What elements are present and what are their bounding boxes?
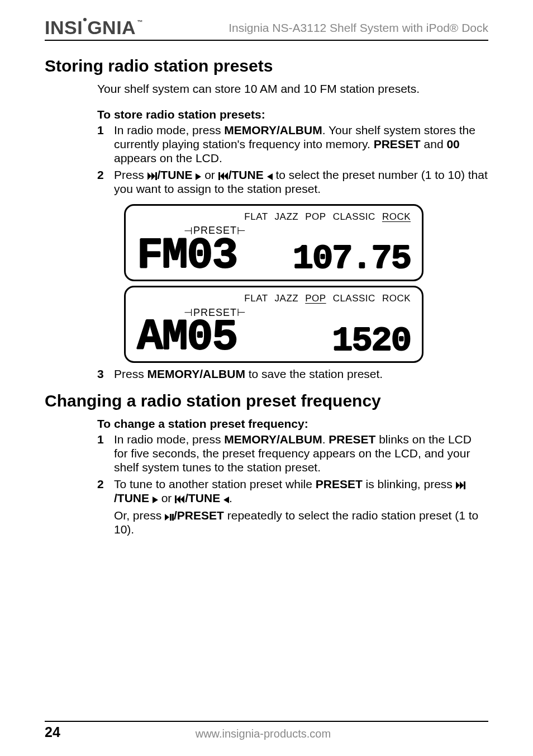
svg-rect-17 [170, 514, 172, 521]
step-number: 3 [97, 367, 114, 381]
lcd2-frequency: 1520 [332, 327, 411, 356]
page-header: INSIGNIA™ Insignia NS-A3112 Shelf System… [45, 17, 488, 41]
svg-marker-11 [153, 497, 158, 503]
svg-marker-6 [224, 172, 228, 180]
step-number: 2 [97, 478, 114, 536]
eq-pop: POP [305, 211, 326, 223]
section1-step-1: 1 In radio mode, press MEMORY/ALBUM. You… [97, 124, 488, 165]
play-pause-icon [165, 514, 174, 521]
svg-marker-13 [177, 495, 180, 503]
svg-marker-16 [165, 514, 169, 521]
lcd2-band-preset: AM05 [137, 319, 237, 356]
brand-text-b: NIA [102, 17, 136, 39]
lcd-display-fm: FLAT JAZZ POP CLASSIC ROCK ⊣PRESET⊢ FM03… [124, 204, 423, 281]
eq-flat: FLAT [244, 293, 268, 304]
svg-rect-12 [175, 495, 177, 503]
svg-marker-15 [223, 497, 229, 503]
brand-logo: INSIGNIA™ [45, 17, 143, 39]
step-number: 1 [97, 124, 114, 165]
step-number: 1 [97, 433, 114, 474]
eq-flat: FLAT [244, 211, 268, 223]
svg-rect-4 [218, 172, 220, 180]
eq-row: FLAT JAZZ POP CLASSIC ROCK [244, 211, 414, 223]
play-right-icon [153, 497, 158, 503]
play-left-icon [267, 173, 273, 180]
section1-sub: To store radio station presets: [97, 108, 488, 121]
section-heading-changing: Changing a radio station preset frequenc… [45, 391, 488, 410]
lcd-display-am: FLAT JAZZ POP CLASSIC ROCK ⊣PRESET⊢ AM05… [124, 286, 423, 363]
step-number: 2 [97, 168, 114, 196]
svg-marker-0 [147, 172, 151, 180]
brand-tm: ™ [137, 19, 143, 25]
brand-text-a: INSI [45, 17, 83, 39]
prev-track-icon [175, 495, 185, 503]
section2-sub: To change a station preset frequency: [97, 417, 488, 431]
page-footer: 24 www.insignia-products.com [45, 721, 488, 740]
play-left-icon [223, 497, 229, 503]
eq-classic: CLASSIC [333, 211, 375, 223]
next-track-icon [456, 481, 466, 489]
section1-step-2: 2 Press /TUNE or /TUNE to select the pre… [97, 168, 488, 196]
section2-step-2: 2 To tune to another station preset whil… [97, 478, 488, 536]
svg-marker-14 [180, 495, 184, 503]
svg-marker-5 [220, 172, 224, 180]
svg-rect-10 [464, 481, 465, 489]
eq-classic: CLASSIC [333, 293, 375, 304]
lcd1-band-preset: FM03 [137, 237, 237, 274]
section1-intro: Your shelf system can store 10 AM and 10… [97, 82, 488, 96]
svg-marker-3 [196, 173, 201, 180]
eq-jazz: JAZZ [275, 211, 299, 223]
eq-rock: ROCK [382, 293, 411, 304]
prev-track-icon [218, 172, 229, 180]
eq-row: FLAT JAZZ POP CLASSIC ROCK [244, 293, 414, 304]
section1-step-3: 3 Press MEMORY/ALBUM to save the station… [97, 367, 488, 381]
svg-marker-7 [267, 173, 273, 180]
svg-rect-2 [155, 172, 157, 180]
eq-jazz: JAZZ [275, 293, 299, 304]
document-title: Insignia NS-A3112 Shelf System with iPod… [229, 21, 488, 35]
svg-marker-8 [456, 481, 460, 489]
eq-rock-active: ROCK [382, 211, 411, 223]
next-track-icon [147, 172, 158, 180]
section2-step-1: 1 In radio mode, press MEMORY/ALBUM. PRE… [97, 433, 488, 474]
brand-dot-1 [83, 18, 87, 21]
svg-marker-1 [151, 172, 155, 180]
eq-pop-active: POP [305, 293, 326, 304]
footer-url: www.insignia-products.com [60, 727, 466, 740]
lcd1-frequency: 107.75 [293, 244, 411, 274]
svg-marker-9 [460, 481, 464, 489]
section-heading-storing: Storing radio station presets [45, 56, 488, 75]
page-number: 24 [45, 724, 60, 740]
play-right-icon [196, 173, 201, 180]
